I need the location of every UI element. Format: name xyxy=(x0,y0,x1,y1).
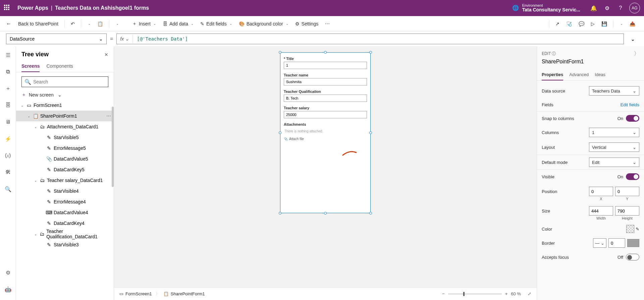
tree-item[interactable]: ⌄▭FormScreen1 xyxy=(16,100,114,111)
tree-search[interactable]: 🔍 xyxy=(21,76,108,87)
field-input[interactable] xyxy=(284,111,367,118)
tree-item[interactable]: ✎ErrorMessage4 xyxy=(16,196,114,207)
variables-icon[interactable]: (𝑥) xyxy=(3,150,13,161)
paste-button[interactable]: 📋 xyxy=(95,20,106,28)
border-style-select[interactable]: — ⌄ xyxy=(593,238,606,248)
size-width-input[interactable] xyxy=(589,206,613,216)
visible-toggle[interactable] xyxy=(626,173,639,180)
add-data-button[interactable]: 🗄Add data⌄ xyxy=(160,20,196,28)
back-arrow-icon[interactable]: ← xyxy=(6,21,11,27)
tree-caret-icon[interactable]: ⌄ xyxy=(34,179,38,182)
fit-screen-icon[interactable]: ⤢ xyxy=(528,291,531,296)
power-automate-icon[interactable]: ⚡ xyxy=(3,133,13,144)
tree-item[interactable]: ✎StarVisible4 xyxy=(16,186,114,196)
tree-caret-icon[interactable]: ⌄ xyxy=(34,232,37,236)
tab-components[interactable]: Components xyxy=(46,61,73,72)
resize-handle[interactable] xyxy=(324,212,327,215)
environment-picker[interactable]: 🌐 Environment Tata Consultancy Servic... xyxy=(512,3,580,12)
data-source-select[interactable]: Teachers Data⌄ xyxy=(589,86,639,96)
comments-button[interactable]: 💬 xyxy=(576,20,587,28)
search-rail-icon[interactable]: 🔍 xyxy=(3,184,13,194)
save-button[interactable]: 💾 xyxy=(599,20,610,28)
tree-item[interactable]: ✎DataCardKey4 xyxy=(16,218,114,229)
notifications-icon[interactable]: 🔔 xyxy=(587,1,600,15)
tree-item[interactable]: ✎StarVisible3 xyxy=(16,239,114,250)
attach-file-button[interactable]: 📎 Attach file xyxy=(284,137,367,141)
tree-item-more-icon[interactable]: ⋯ xyxy=(106,113,111,119)
tab-advanced[interactable]: Advanced xyxy=(569,69,589,80)
breadcrumb-form[interactable]: 📋SharePointForm1 xyxy=(163,291,205,296)
tree-caret-icon[interactable]: ⌄ xyxy=(20,104,24,107)
search-input[interactable] xyxy=(33,79,105,84)
resize-handle[interactable] xyxy=(369,51,372,54)
back-button[interactable]: Back to SharePoint xyxy=(15,20,61,28)
advanced-tools-icon[interactable]: 🛠 xyxy=(3,167,13,178)
tree-caret-icon[interactable]: ⌄ xyxy=(27,114,31,118)
paste-chevron[interactable]: ⌄ xyxy=(113,20,121,27)
app-checker-button[interactable]: 🩺 xyxy=(564,20,575,28)
tree-view-icon[interactable]: ⧉ xyxy=(3,66,13,77)
tree-item[interactable]: ✎StarVisible5 xyxy=(16,132,114,143)
more-button[interactable]: ⋯ xyxy=(322,20,332,28)
default-mode-select[interactable]: Edit⌄ xyxy=(589,158,639,167)
chevron-right-icon[interactable]: 〉 xyxy=(634,50,639,57)
snap-toggle[interactable] xyxy=(626,115,639,122)
property-selector[interactable]: DataSource ⌄ xyxy=(6,34,107,44)
border-width-input[interactable] xyxy=(608,238,625,248)
help-icon[interactable]: ? xyxy=(614,1,627,15)
tab-properties[interactable]: Properties xyxy=(542,69,563,80)
undo-chevron[interactable]: ⌄ xyxy=(85,20,93,27)
resize-handle[interactable] xyxy=(369,212,372,215)
zoom-out-button[interactable]: − xyxy=(442,291,445,296)
settings-button[interactable]: ⚙Settings xyxy=(292,20,321,28)
zoom-in-button[interactable]: + xyxy=(505,291,508,296)
virtual-agent-icon[interactable]: 🤖 xyxy=(3,284,13,295)
tab-ideas[interactable]: Ideas xyxy=(595,69,605,80)
layout-select[interactable]: Vertical⌄ xyxy=(589,142,639,152)
tree-item[interactable]: ⌨DataCardValue4 xyxy=(16,207,114,218)
color-edit-icon[interactable]: ✎ xyxy=(636,227,639,232)
border-color-swatch[interactable] xyxy=(627,239,639,247)
resize-handle[interactable] xyxy=(369,131,372,134)
settings-icon[interactable]: ⚙ xyxy=(600,1,614,15)
tree-item[interactable]: 📎DataCardValue5 xyxy=(16,154,114,164)
resize-handle[interactable] xyxy=(279,212,281,215)
new-screen-button[interactable]: ＋ New screen ⌄ xyxy=(16,90,114,100)
form-selection[interactable]: * TitleTeacher nameTeacher Qualification… xyxy=(280,52,371,213)
tree-item[interactable]: ✎DataCardKey5 xyxy=(16,164,114,175)
field-input[interactable] xyxy=(284,95,367,102)
data-rail-icon[interactable]: 🗄 xyxy=(3,100,13,111)
share-button[interactable]: ↗ xyxy=(553,20,562,28)
position-y-input[interactable] xyxy=(615,187,639,196)
insert-button[interactable]: ＋Insert⌄ xyxy=(129,19,159,28)
field-input[interactable] xyxy=(284,62,367,69)
preview-button[interactable]: ▷ xyxy=(588,20,597,28)
media-rail-icon[interactable]: 🖥 xyxy=(3,117,13,127)
tree-caret-icon[interactable]: ⌄ xyxy=(34,125,38,129)
tree-item[interactable]: ✎ErrorMessage5 xyxy=(16,143,114,154)
breadcrumb-screen[interactable]: ▭FormScreen1 xyxy=(119,291,152,296)
info-icon[interactable]: ⓘ xyxy=(552,51,556,56)
scrollbar-thumb[interactable] xyxy=(112,107,114,187)
formula-input[interactable]: fx⌄ [@'Teachers Data'] xyxy=(116,34,624,44)
columns-select[interactable]: 1⌄ xyxy=(589,128,639,137)
waffle-icon[interactable] xyxy=(4,5,11,11)
resize-handle[interactable] xyxy=(324,51,327,54)
tree-item[interactable]: ⌄🗂Teacher Qualification_DataCard1 xyxy=(16,229,114,239)
edit-fields-button[interactable]: ✎Edit fields⌄ xyxy=(198,20,235,28)
close-panel-icon[interactable]: ✕ xyxy=(104,52,108,57)
undo-button[interactable]: ↶ xyxy=(68,20,77,28)
insert-rail-icon[interactable]: ＋ xyxy=(3,83,13,94)
resize-handle[interactable] xyxy=(279,51,281,54)
resize-handle[interactable] xyxy=(279,131,281,134)
canvas-area[interactable]: * TitleTeacher nameTeacher Qualification… xyxy=(114,46,537,287)
publish-button[interactable]: 📤 xyxy=(627,20,638,28)
edit-fields-link[interactable]: Edit fields xyxy=(621,102,639,107)
color-swatch[interactable] xyxy=(626,225,634,233)
size-height-input[interactable] xyxy=(615,206,639,216)
tab-screens[interactable]: Screens xyxy=(21,61,40,72)
formula-expand-button[interactable]: ⌄ xyxy=(627,34,638,44)
sharepoint-form[interactable]: * TitleTeacher nameTeacher Qualification… xyxy=(280,52,371,213)
zoom-slider[interactable] xyxy=(448,294,502,294)
avatar[interactable]: AG xyxy=(629,3,640,13)
